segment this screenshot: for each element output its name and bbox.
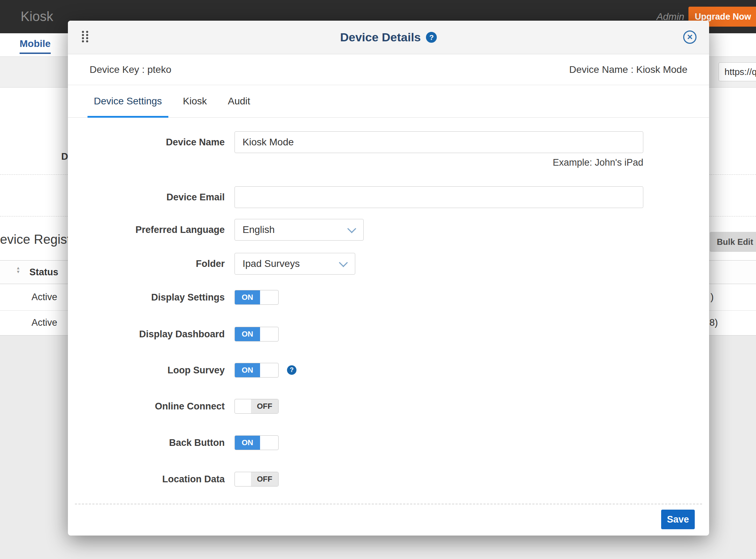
preferred-language-select[interactable]: English — [234, 219, 364, 241]
status-cell: Active — [31, 310, 57, 335]
toggle-state: ON — [235, 327, 260, 341]
back-button-toggle[interactable]: ON — [234, 435, 279, 450]
display-settings-label: Display Settings — [68, 290, 225, 305]
modal-body: Device Name Example: John's iPad Device … — [68, 118, 709, 536]
folder-select[interactable]: Ipad Surveys — [234, 253, 355, 275]
status-column-header: Status — [29, 261, 58, 284]
toggle-state: ON — [235, 363, 260, 377]
loop-survey-help-icon[interactable]: ? — [287, 365, 296, 375]
modal-header: Device Details ? ✕ — [68, 21, 709, 54]
device-key-label: Device Key : pteko — [90, 64, 171, 75]
row-count-fragment: 8) — [709, 310, 718, 335]
toggle-state: ON — [235, 436, 260, 450]
section-heading-fragment: evice Registr — [0, 232, 75, 247]
display-settings-toggle[interactable]: ON — [234, 290, 279, 305]
clipped-label-fragment: D — [61, 151, 68, 162]
tab-label: Audit — [228, 96, 250, 107]
location-data-label: Location Data — [68, 472, 225, 486]
close-icon[interactable]: ✕ — [683, 30, 696, 44]
url-field[interactable]: https://qa. — [719, 62, 756, 81]
device-name-input[interactable] — [234, 131, 643, 153]
online-connect-label: Online Connect — [68, 399, 225, 414]
bulk-edit-devices-button[interactable]: Bulk Edit Dev — [710, 232, 756, 252]
preferred-language-field-label: Preferred Language — [68, 219, 225, 241]
loop-survey-label: Loop Survey — [68, 363, 225, 378]
modal-title: Device Details — [340, 30, 421, 44]
selected-language: English — [243, 224, 275, 235]
folder-field-label: Folder — [68, 253, 225, 275]
row-count-fragment: ) — [710, 284, 714, 310]
tab-label: Kiosk — [183, 96, 207, 107]
device-details-modal: Device Details ? ✕ Device Key : pteko De… — [68, 21, 709, 536]
back-button-label: Back Button — [68, 435, 225, 450]
status-cell: Active — [31, 284, 57, 310]
sort-icon[interactable]: ▲ ▼ — [16, 266, 20, 274]
tab-label: Device Settings — [94, 96, 162, 107]
save-button[interactable]: Save — [661, 510, 695, 529]
chevron-down-icon — [339, 258, 348, 267]
toggle-state: OFF — [251, 399, 278, 413]
device-name-helper-text: Example: John's iPad — [234, 157, 643, 168]
page: Kiosk Admin Upgrade Now Mobile https://q… — [0, 0, 756, 559]
display-dashboard-toggle[interactable]: ON — [234, 327, 279, 341]
location-data-toggle[interactable]: OFF — [234, 472, 279, 486]
tab-mobile[interactable]: Mobile — [20, 38, 51, 54]
display-dashboard-label: Display Dashboard — [68, 327, 225, 341]
chevron-down-icon — [347, 224, 356, 233]
tab-kiosk[interactable]: Kiosk — [177, 85, 213, 117]
modal-subheader: Device Key : pteko Device Name : Kiosk M… — [68, 54, 709, 85]
help-icon[interactable]: ? — [426, 32, 437, 43]
tab-audit[interactable]: Audit — [222, 85, 257, 117]
device-name-field-label: Device Name — [68, 131, 225, 153]
device-email-field-label: Device Email — [68, 186, 225, 208]
online-connect-toggle[interactable]: OFF — [234, 399, 279, 414]
modal-title-wrap: Device Details ? — [68, 21, 709, 54]
device-email-input[interactable] — [234, 186, 643, 208]
app-title: Kiosk — [21, 0, 53, 33]
tab-device-settings[interactable]: Device Settings — [88, 85, 168, 117]
device-name-label: Device Name : Kiosk Mode — [569, 64, 687, 75]
toggle-state: ON — [235, 290, 260, 304]
loop-survey-toggle[interactable]: ON — [234, 363, 279, 378]
modal-tabs: Device Settings Kiosk Audit — [68, 85, 709, 118]
footer-divider — [75, 504, 702, 504]
selected-folder: Ipad Surveys — [243, 258, 300, 269]
toggle-state: OFF — [251, 472, 278, 486]
sort-desc-icon: ▼ — [16, 270, 20, 274]
